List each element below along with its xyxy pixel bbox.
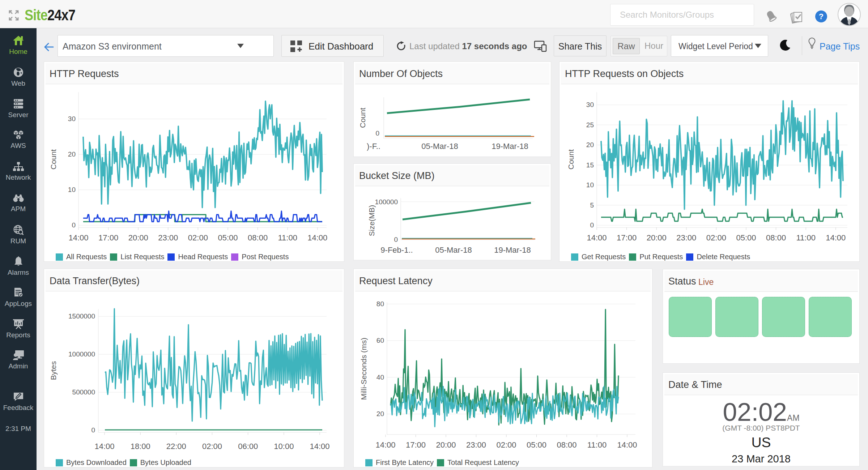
svg-text:06:00: 06:00 xyxy=(238,442,258,451)
svg-text:100000: 100000 xyxy=(375,198,398,206)
svg-text:9-Feb-1..: 9-Feb-1.. xyxy=(380,245,413,255)
svg-text:08:00: 08:00 xyxy=(766,233,786,242)
svg-text:08:00: 08:00 xyxy=(557,440,576,449)
svg-text:20:00: 20:00 xyxy=(647,233,667,242)
svg-text:30: 30 xyxy=(68,115,76,123)
svg-text:0: 0 xyxy=(590,221,594,229)
svg-text:22:00: 22:00 xyxy=(166,442,186,451)
svg-text:14:00: 14:00 xyxy=(617,440,637,449)
svg-text:14:00: 14:00 xyxy=(307,233,327,242)
svg-text:18:00: 18:00 xyxy=(131,442,150,451)
svg-text:17:00: 17:00 xyxy=(98,233,118,242)
svg-text:0: 0 xyxy=(394,236,398,243)
svg-text:10: 10 xyxy=(586,181,594,189)
svg-text:05:00: 05:00 xyxy=(218,233,238,242)
svg-text:Count: Count xyxy=(567,149,575,170)
svg-text:14:00: 14:00 xyxy=(68,233,88,242)
svg-text:11:00: 11:00 xyxy=(278,233,297,242)
svg-text:17:00: 17:00 xyxy=(406,440,426,449)
svg-text:40: 40 xyxy=(376,373,384,381)
svg-text:0: 0 xyxy=(91,426,95,434)
svg-text:11:00: 11:00 xyxy=(587,440,607,449)
svg-text:19-Mar-18: 19-Mar-18 xyxy=(492,142,528,151)
svg-text:05:00: 05:00 xyxy=(736,233,756,242)
svg-text:15: 15 xyxy=(586,161,594,169)
svg-text:20: 20 xyxy=(68,150,76,158)
svg-text:30: 30 xyxy=(586,101,594,108)
svg-text:05-Mar-18: 05-Mar-18 xyxy=(435,245,472,255)
svg-text:20: 20 xyxy=(586,141,594,149)
svg-text:60: 60 xyxy=(376,337,384,344)
svg-text:02:00: 02:00 xyxy=(706,233,726,242)
svg-text:Size(MB): Size(MB) xyxy=(367,205,376,236)
svg-text:23:00: 23:00 xyxy=(158,233,178,242)
svg-text:14:00: 14:00 xyxy=(826,233,846,242)
svg-text:10:00: 10:00 xyxy=(274,442,294,451)
svg-text:19-Mar-18: 19-Mar-18 xyxy=(494,245,531,255)
svg-text:500000: 500000 xyxy=(72,388,95,396)
svg-text:14:00: 14:00 xyxy=(375,440,395,449)
svg-text:Count: Count xyxy=(358,108,367,128)
svg-text:20: 20 xyxy=(376,410,384,418)
svg-text:05-Mar-18: 05-Mar-18 xyxy=(421,142,458,151)
svg-text:0: 0 xyxy=(375,129,379,137)
svg-text:14:00: 14:00 xyxy=(587,233,607,242)
svg-text:14:00: 14:00 xyxy=(310,442,329,451)
svg-text:Bytes: Bytes xyxy=(49,361,58,380)
svg-text:02:00: 02:00 xyxy=(496,440,516,449)
svg-text:Count: Count xyxy=(49,149,58,170)
svg-text:1500000: 1500000 xyxy=(68,312,95,320)
svg-text:10: 10 xyxy=(68,186,76,193)
svg-text:11:00: 11:00 xyxy=(796,233,815,242)
svg-text:Milli-Seconds (ms): Milli-Seconds (ms) xyxy=(359,338,368,400)
svg-text:5: 5 xyxy=(590,201,594,209)
svg-text:80: 80 xyxy=(376,300,384,308)
svg-text:14:00: 14:00 xyxy=(94,442,114,451)
svg-text:25: 25 xyxy=(586,121,594,129)
svg-text:08:00: 08:00 xyxy=(248,233,268,242)
svg-text:20:00: 20:00 xyxy=(436,440,456,449)
svg-text:05:00: 05:00 xyxy=(527,440,546,449)
svg-text:23:00: 23:00 xyxy=(466,440,486,449)
svg-text:1000000: 1000000 xyxy=(68,350,95,358)
svg-text:20:00: 20:00 xyxy=(128,233,148,242)
svg-text:)-F..: )-F.. xyxy=(367,142,380,151)
svg-text:17:00: 17:00 xyxy=(617,233,637,242)
svg-text:0: 0 xyxy=(72,221,76,229)
svg-text:23:00: 23:00 xyxy=(676,233,696,242)
svg-text:02:00: 02:00 xyxy=(202,442,222,451)
svg-text:02:00: 02:00 xyxy=(188,233,208,242)
